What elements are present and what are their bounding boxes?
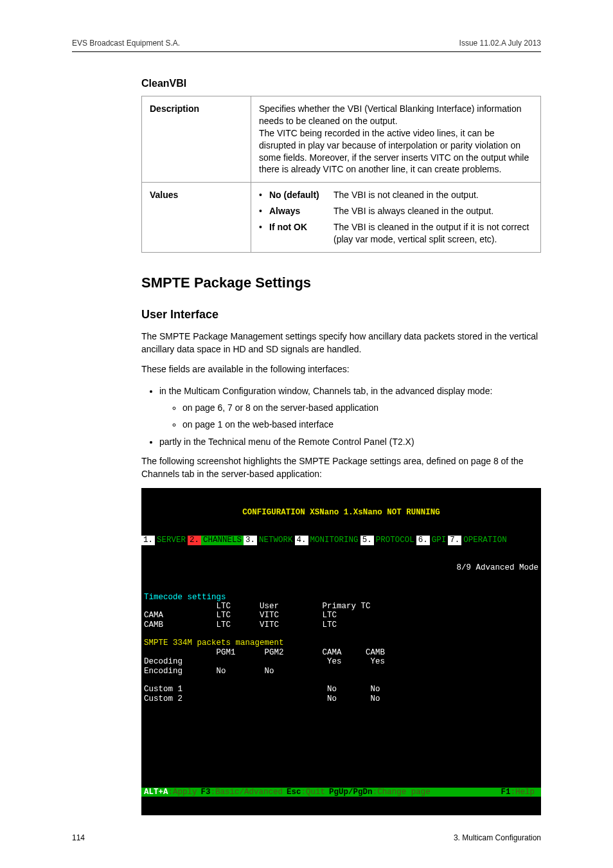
ui-subheading: User Interface	[141, 308, 541, 321]
cleanvbi-table: Description Specifies whether the VBI (V…	[141, 96, 541, 253]
description-text: Specifies whether the VBI (Vertical Blan…	[251, 96, 541, 183]
bullet-icon: •	[259, 205, 269, 217]
value-name-0: No (default)	[269, 189, 333, 201]
terminal-tabs: 1.SERVER 2.CHANNELS 3.NETWORK 4.MONITORI…	[141, 536, 541, 545]
page-number: 114	[72, 833, 85, 842]
values-label: Values	[142, 183, 251, 253]
terminal-footer: ALT+A:Apply F3:Basic/Advanced Esc:Quit P…	[141, 788, 541, 797]
terminal-title: CONFIGURATION XSNano 1.XsNano NOT RUNNIN…	[141, 507, 541, 517]
footer-section: 3. Multicam Configuration	[454, 833, 541, 842]
terminal-tab[interactable]: 5.PROTOCOL	[360, 536, 416, 545]
list-item: in the Multicam Configuration window, Ch…	[159, 384, 541, 432]
terminal-tab[interactable]: 2.CHANNELS	[188, 536, 244, 545]
value-name-2: If not OK	[269, 221, 333, 233]
smpte-p3: The following screenshot highlights the …	[141, 455, 541, 480]
header-right: Issue 11.02.A July 2013	[459, 39, 541, 48]
value-desc-0: The VBI is not cleaned in the output.	[333, 189, 533, 201]
list-item: on page 1 on the web-based interface	[182, 417, 541, 431]
terminal-tab[interactable]: 7.OPERATION	[448, 536, 509, 545]
value-desc-2: The VBI is cleaned in the output if it i…	[333, 221, 533, 246]
terminal-mode: 8/9 Advanced Mode	[141, 563, 541, 572]
page-header: EVS Broadcast Equipment S.A. Issue 11.02…	[72, 39, 541, 52]
description-label: Description	[142, 96, 251, 183]
value-name-1: Always	[269, 205, 333, 217]
terminal-body: Timecode settings LTC User Primary TC CA…	[141, 592, 541, 769]
list-item: on page 6, 7 or 8 on the server-based ap…	[182, 401, 541, 415]
cleanvbi-heading: CleanVBI	[141, 78, 541, 89]
smpte-p1: The SMPTE Package Management settings sp…	[141, 330, 541, 356]
bullet-icon: •	[259, 189, 269, 201]
values-cell: • No (default) The VBI is not cleaned in…	[251, 183, 541, 253]
bullet-list: in the Multicam Configuration window, Ch…	[159, 384, 541, 449]
page-footer: 114 3. Multicam Configuration	[72, 833, 541, 842]
smpte-heading: SMPTE Package Settings	[141, 275, 541, 291]
terminal-tab[interactable]: 4.MONITORING	[295, 536, 360, 545]
terminal-tab[interactable]: 3.NETWORK	[244, 536, 295, 545]
list-item: partly in the Technical menu of the Remo…	[159, 435, 541, 449]
value-desc-1: The VBI is always cleaned in the output.	[333, 205, 533, 217]
bullet-icon: •	[259, 221, 269, 233]
bullet-b1: in the Multicam Configuration window, Ch…	[159, 386, 492, 396]
smpte-p2: These fields are available in the follow…	[141, 363, 541, 376]
terminal-tab[interactable]: 6.GPI	[416, 536, 449, 545]
terminal-screenshot: CONFIGURATION XSNano 1.XsNano NOT RUNNIN…	[141, 488, 541, 815]
terminal-tab[interactable]: 1.SERVER	[141, 536, 188, 545]
header-left: EVS Broadcast Equipment S.A.	[72, 39, 180, 48]
